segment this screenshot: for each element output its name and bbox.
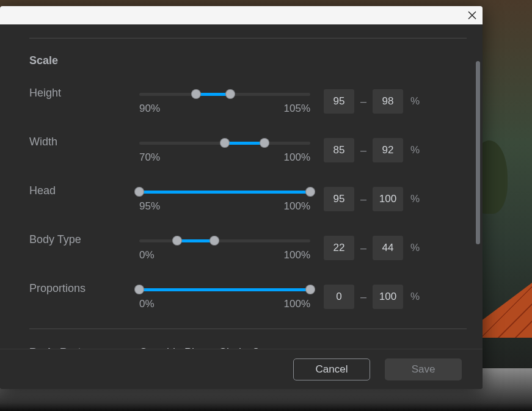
slider-track	[139, 191, 310, 194]
range-dash: –	[360, 144, 366, 157]
slider-max-label: 100%	[284, 151, 310, 164]
slider-label-head: Head	[29, 182, 139, 197]
close-icon[interactable]	[468, 11, 476, 20]
range-dash: –	[360, 291, 366, 304]
slider-max-label: 105%	[284, 103, 310, 115]
slider-thumb-max[interactable]	[305, 285, 315, 294]
slider-thumb-max[interactable]	[260, 138, 269, 148]
slider-thumb-max[interactable]	[305, 187, 315, 197]
scroll-area: Scale Height90%105%95–98%Width70%100%85–…	[29, 24, 467, 349]
slider-thumb-max[interactable]	[210, 236, 219, 246]
slider-max-label: 100%	[284, 200, 310, 213]
range-max-input-bodytype[interactable]: 44	[373, 236, 403, 260]
slider-min-label: 95%	[139, 200, 160, 213]
range-max-input-head[interactable]: 100	[373, 187, 403, 211]
range-min-input-height[interactable]: 95	[324, 89, 354, 114]
cancel-button[interactable]: Cancel	[293, 358, 370, 380]
cancel-button-label: Cancel	[316, 363, 348, 376]
slider-label-height: Height	[29, 84, 139, 100]
slider-label-proportions: Proportions	[29, 280, 139, 295]
range-dash: –	[360, 193, 366, 206]
range-dash: –	[360, 95, 366, 108]
scrollbar-thumb[interactable]	[476, 61, 480, 244]
slider-min-label: 90%	[139, 103, 160, 115]
section-divider	[29, 38, 467, 38]
range-slider-head[interactable]	[139, 186, 310, 198]
slider-max-label: 100%	[284, 298, 310, 310]
range-slider-width[interactable]	[139, 137, 310, 149]
save-button: Save	[385, 358, 462, 380]
slider-thumb-min[interactable]	[172, 236, 182, 246]
avatar-settings-modal: Scale Height90%105%95–98%Width70%100%85–…	[0, 6, 483, 389]
unit-label: %	[410, 95, 420, 107]
section-title-scale: Scale	[29, 54, 467, 67]
range-slider-height[interactable]	[139, 88, 310, 100]
slider-track	[139, 288, 310, 291]
slider-min-label: 70%	[139, 151, 160, 164]
slider-max-label: 100%	[284, 249, 310, 261]
range-slider-proportions[interactable]	[139, 283, 310, 296]
slider-min-label: 0%	[139, 298, 155, 310]
range-slider-bodytype[interactable]	[139, 235, 310, 247]
slider-rail	[139, 239, 310, 242]
range-max-input-width[interactable]: 92	[373, 138, 403, 162]
modal-titlebar	[0, 6, 483, 24]
slider-label-width: Width	[29, 133, 139, 148]
range-min-input-head[interactable]: 95	[324, 187, 354, 211]
range-min-input-bodytype[interactable]: 22	[324, 236, 354, 260]
unit-label: %	[410, 193, 420, 205]
slider-track	[177, 239, 215, 242]
range-min-input-proportions[interactable]: 0	[324, 285, 354, 309]
slider-thumb-max[interactable]	[225, 89, 235, 99]
unit-label: %	[410, 242, 420, 254]
slider-thumb-min[interactable]	[134, 187, 144, 197]
slider-label-bodytype: Body Type	[29, 231, 139, 246]
range-max-input-proportions[interactable]: 100	[373, 285, 403, 309]
slider-track	[225, 142, 264, 145]
modal-footer: Cancel Save	[0, 349, 483, 389]
slider-thumb-min[interactable]	[134, 285, 144, 294]
section-divider	[29, 329, 467, 329]
range-dash: –	[360, 242, 366, 255]
slider-min-label: 0%	[139, 249, 155, 261]
slider-thumb-min[interactable]	[191, 89, 201, 99]
range-max-input-height[interactable]: 98	[373, 89, 403, 114]
range-min-input-width[interactable]: 85	[324, 138, 354, 162]
save-button-label: Save	[412, 363, 435, 376]
unit-label: %	[410, 291, 420, 303]
unit-label: %	[410, 144, 420, 156]
slider-thumb-min[interactable]	[220, 138, 230, 148]
